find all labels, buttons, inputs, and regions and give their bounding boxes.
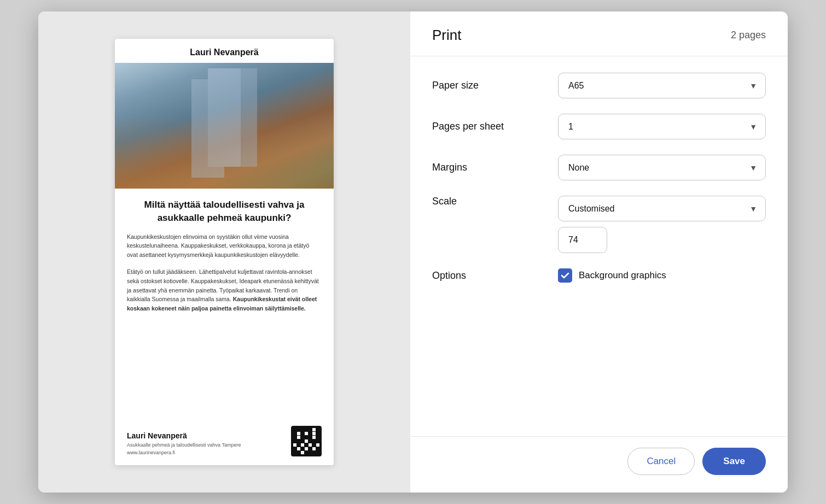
scale-select[interactable]: Customised: [558, 196, 766, 221]
preview-panel: Lauri Nevanperä Miltä näyttää taloudelli…: [38, 11, 410, 493]
margins-select[interactable]: None: [558, 155, 766, 180]
settings-panel: Print 2 pages Paper size A65 ▼ Pages pe: [410, 11, 788, 493]
page-preview: Lauri Nevanperä Miltä näyttää taloudelli…: [115, 39, 334, 465]
pages-count: 2 pages: [731, 30, 766, 41]
preview-body: Miltä näyttää taloudellisesti vahva ja a…: [115, 189, 334, 418]
print-dialog: Lauri Nevanperä Miltä näyttää taloudelli…: [38, 11, 788, 493]
pages-per-sheet-row: Pages per sheet 1 ▼: [432, 114, 766, 139]
preview-heading: Miltä näyttää taloudellisesti vahva ja a…: [127, 198, 322, 225]
checkbox-checked-icon: [558, 268, 572, 283]
checkmark-icon: [561, 271, 569, 280]
margins-select-wrapper[interactable]: None ▼: [558, 155, 766, 180]
preview-paragraph2: Etätyö on tullut jäädäkseen. Lähettipalv…: [127, 267, 322, 313]
background-graphics-label: Background graphics: [579, 270, 666, 281]
footer-subtitle2: www.laurinevanpera.fi: [127, 449, 241, 457]
scale-row: Scale Customised ▼: [432, 196, 766, 253]
paper-size-label: Paper size: [432, 80, 520, 91]
print-title: Print: [432, 27, 461, 44]
footer-subtitle1: Asukkaalle pehmeä ja taloudellisesti vah…: [127, 442, 241, 449]
settings-footer: Cancel Save: [410, 436, 788, 493]
paper-size-row: Paper size A65 ▼: [432, 73, 766, 98]
options-row: Options Background graphics: [432, 268, 766, 283]
paper-size-control: A65 ▼: [558, 73, 766, 98]
scale-control: Customised ▼: [558, 196, 766, 253]
cancel-button[interactable]: Cancel: [627, 448, 695, 475]
margins-row: Margins None ▼: [432, 155, 766, 180]
margins-control: None ▼: [558, 155, 766, 180]
pages-per-sheet-control: 1 ▼: [558, 114, 766, 139]
scale-select-wrapper[interactable]: Customised ▼: [558, 196, 766, 221]
options-label: Options: [432, 270, 520, 282]
preview-image: [115, 63, 334, 189]
qr-code: [291, 426, 322, 456]
preview-footer: Lauri Nevanperä Asukkaalle pehmeä ja tal…: [115, 418, 334, 465]
preview-author: Lauri Nevanperä: [115, 39, 334, 63]
margins-label: Margins: [432, 162, 520, 173]
settings-body: Paper size A65 ▼ Pages per sheet: [410, 56, 788, 436]
scale-label: Scale: [432, 196, 520, 207]
scale-input[interactable]: [558, 227, 607, 253]
footer-name: Lauri Nevanperä: [127, 431, 241, 440]
pages-per-sheet-select-wrapper[interactable]: 1 ▼: [558, 114, 766, 139]
save-button[interactable]: Save: [702, 448, 766, 475]
scale-input-wrapper: [558, 227, 607, 253]
preview-paragraph1: Kaupunkikeskustojen elinvoima on syystäk…: [127, 232, 322, 260]
options-control: Background graphics: [558, 268, 766, 283]
paper-size-select-wrapper[interactable]: A65 ▼: [558, 73, 766, 98]
settings-header: Print 2 pages: [410, 11, 788, 56]
background-graphics-checkbox[interactable]: Background graphics: [558, 268, 766, 283]
pages-per-sheet-label: Pages per sheet: [432, 121, 520, 132]
paper-size-select[interactable]: A65: [558, 73, 766, 98]
preview-footer-left: Lauri Nevanperä Asukkaalle pehmeä ja tal…: [127, 431, 241, 456]
pages-per-sheet-select[interactable]: 1: [558, 114, 766, 139]
